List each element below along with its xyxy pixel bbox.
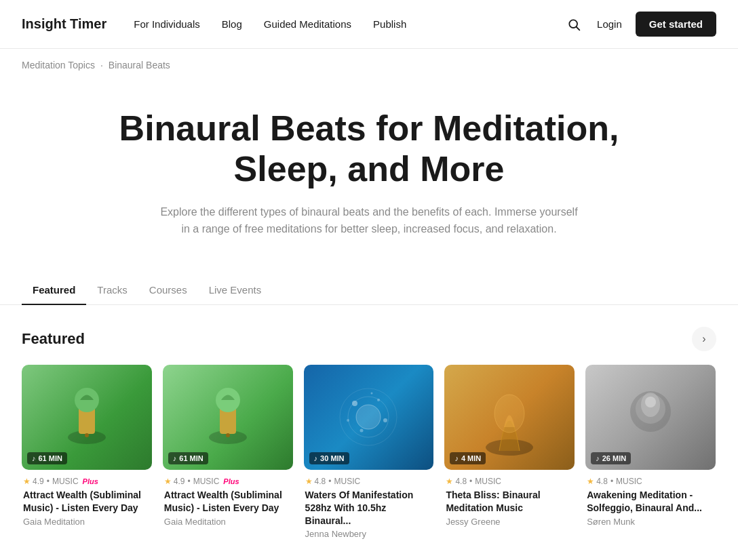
info-section: What are binaural beats? Binaural beats … <box>0 555 738 560</box>
nav-link-for-individuals[interactable]: For Individuals <box>134 18 200 30</box>
featured-section: Featured › ♪ 61 MIN <box>0 305 738 556</box>
card-image-5 <box>617 376 684 458</box>
navbar: Insight Timer For Individuals Blog Guide… <box>0 0 738 49</box>
card-meta-4: ★ 4.8 • MUSIC <box>446 477 573 486</box>
card-duration-3: 30 MIN <box>320 454 344 462</box>
search-icon <box>567 18 581 31</box>
card-author-5: Søren Munk <box>587 517 714 527</box>
card-meta-sep-4: • <box>469 477 472 486</box>
featured-header: Featured › <box>22 327 716 351</box>
plus-badge-1: Plus <box>83 477 98 485</box>
featured-card-4[interactable]: ♪ 4 MIN ★ 4.8 • MUSIC Theta Bliss: Binau… <box>444 365 575 540</box>
card-author-4: Jessy Greene <box>446 517 573 527</box>
featured-cards-row: ♪ 61 MIN ★ 4.9 • MUSIC Plus Attract Weal… <box>22 365 716 540</box>
card-image-2 <box>201 386 255 447</box>
card-badge-4: ♪ 4 MIN <box>450 452 486 464</box>
card-info-2: ★ 4.9 • MUSIC Plus Attract Wealth (Subli… <box>163 470 293 527</box>
card-rating-2: ★ 4.9 <box>164 477 185 486</box>
tab-courses[interactable]: Courses <box>138 276 198 305</box>
nav-link-publish[interactable]: Publish <box>373 18 406 30</box>
breadcrumb: Meditation Topics · Binaural Beats <box>0 49 738 81</box>
card-meta-sep-5: • <box>610 477 613 486</box>
breadcrumb-parent-link[interactable]: Meditation Topics <box>22 60 95 71</box>
featured-card-3[interactable]: ♪ 30 MIN ★ 4.8 • MUSIC Waters Of Manifes… <box>304 365 434 540</box>
card-thumbnail-4: ♪ 4 MIN <box>444 365 575 470</box>
card-image-4 <box>475 376 543 458</box>
music-icon-3: ♪ <box>314 454 318 462</box>
svg-point-16 <box>360 429 364 433</box>
svg-point-5 <box>85 433 89 437</box>
featured-card-5[interactable]: ♪ 26 MIN ★ 4.8 • MUSIC Awakening Meditat… <box>585 365 716 540</box>
card-rating-value-4: 4.8 <box>455 477 467 486</box>
featured-card-2[interactable]: ♪ 61 MIN ★ 4.9 • MUSIC Plus Attract Weal… <box>163 365 293 540</box>
breadcrumb-current: Binaural Beats <box>109 60 170 71</box>
card-info-3: ★ 4.8 • MUSIC Waters Of Manifestation 52… <box>304 470 434 540</box>
card-badge-2: ♪ 61 MIN <box>168 452 208 464</box>
card-title-4: Theta Bliss: Binaural Meditation Music <box>446 489 573 515</box>
card-author-1: Gaia Meditation <box>23 517 151 527</box>
card-badge-5: ♪ 26 MIN <box>591 452 631 464</box>
card-rating-value-1: 4.9 <box>33 477 44 486</box>
card-title-3: Waters Of Manifestation 528hz With 10.5h… <box>305 489 433 527</box>
hero-description: Explore the different types of binaural … <box>159 203 579 238</box>
nav-link-blog[interactable]: Blog <box>222 18 242 30</box>
svg-line-1 <box>577 26 580 30</box>
card-meta-2: ★ 4.9 • MUSIC Plus <box>164 477 292 486</box>
card-title-5: Awakening Meditation - Solfeggio, Binaur… <box>587 489 714 515</box>
card-image-3 <box>334 383 402 451</box>
card-rating-1: ★ 4.9 <box>23 477 44 486</box>
svg-point-9 <box>226 433 230 437</box>
tab-tracks[interactable]: Tracks <box>86 276 138 305</box>
breadcrumb-separator: · <box>100 60 103 71</box>
card-info-5: ★ 4.8 • MUSIC Awakening Meditation - Sol… <box>585 470 716 527</box>
card-category-3: MUSIC <box>334 477 360 486</box>
card-rating-4: ★ 4.8 <box>446 477 467 486</box>
svg-point-18 <box>371 393 373 395</box>
card-category-4: MUSIC <box>475 477 501 486</box>
star-icon-2: ★ <box>164 477 172 486</box>
star-icon-1: ★ <box>23 477 31 486</box>
hero-section: Binaural Beats for Meditation, Sleep, an… <box>0 81 738 260</box>
hero-title: Binaural Beats for Meditation, Sleep, an… <box>64 108 674 190</box>
site-logo[interactable]: Insight Timer <box>22 16 106 32</box>
nav-right: Login Get started <box>564 12 716 37</box>
card-thumbnail-3: ♪ 30 MIN <box>304 365 434 470</box>
card-thumbnail-5: ♪ 26 MIN <box>585 365 716 470</box>
card-info-4: ★ 4.8 • MUSIC Theta Bliss: Binaural Medi… <box>444 470 575 527</box>
card-title-2: Attract Wealth (Subliminal Music) - List… <box>164 489 292 515</box>
featured-next-button[interactable]: › <box>692 327 716 351</box>
featured-title: Featured <box>22 330 85 348</box>
card-badge-1: ♪ 61 MIN <box>27 452 67 464</box>
star-icon-5: ★ <box>587 477 594 486</box>
card-category-2: MUSIC <box>193 477 220 486</box>
get-started-button[interactable]: Get started <box>636 12 716 37</box>
card-meta-3: ★ 4.8 • MUSIC <box>305 477 433 486</box>
card-badge-3: ♪ 30 MIN <box>309 452 349 464</box>
login-button[interactable]: Login <box>597 18 622 30</box>
svg-point-17 <box>347 419 349 422</box>
card-title-1: Attract Wealth (Subliminal Music) - List… <box>23 489 151 515</box>
nav-left: Insight Timer For Individuals Blog Guide… <box>22 16 406 32</box>
card-duration-5: 26 MIN <box>602 454 626 462</box>
svg-point-15 <box>383 418 387 422</box>
nav-link-guided-meditations[interactable]: Guided Meditations <box>264 18 351 30</box>
music-icon-2: ♪ <box>173 454 177 462</box>
search-button[interactable] <box>564 15 583 34</box>
card-rating-value-2: 4.9 <box>174 477 185 486</box>
card-duration-2: 61 MIN <box>179 454 203 462</box>
card-image-1 <box>60 386 114 447</box>
nav-links: For Individuals Blog Guided Meditations … <box>134 18 406 30</box>
star-icon-4: ★ <box>446 477 453 486</box>
card-meta-5: ★ 4.8 • MUSIC <box>587 477 714 486</box>
card-rating-value-3: 4.8 <box>315 477 326 486</box>
card-rating-5: ★ 4.8 <box>587 477 608 486</box>
star-icon-3: ★ <box>305 477 313 486</box>
card-duration-4: 4 MIN <box>461 454 481 462</box>
card-meta-sep-3: • <box>328 477 331 486</box>
featured-card-1[interactable]: ♪ 61 MIN ★ 4.9 • MUSIC Plus Attract Weal… <box>22 365 152 540</box>
tab-featured[interactable]: Featured <box>22 276 86 305</box>
tab-live-events[interactable]: Live Events <box>198 276 273 305</box>
card-rating-3: ★ 4.8 <box>305 477 326 486</box>
card-thumbnail-2: ♪ 61 MIN <box>163 365 293 470</box>
card-duration-1: 61 MIN <box>39 454 62 462</box>
